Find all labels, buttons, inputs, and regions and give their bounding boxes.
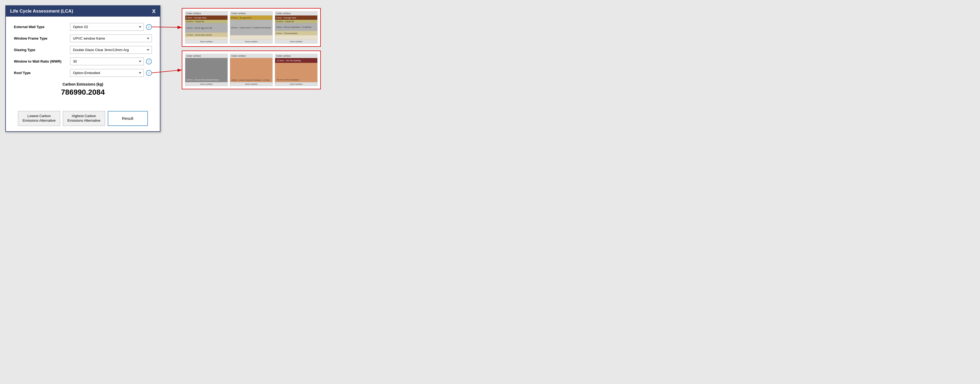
highest-carbon-button[interactable]: Highest CarbonEmissions Alternative xyxy=(63,111,105,126)
carbon-section: Carbon Emissions (kg) 786990.2084 xyxy=(14,82,152,97)
external-wall-row: External Wall Type Option 02 i xyxy=(14,23,152,31)
highest-carbon-label: Highest CarbonEmissions Alternative xyxy=(67,114,100,123)
roof-options-panel: Outer surface 105mm - Dense Reconstitute… xyxy=(182,51,321,89)
window-frame-row: Window Frame Type UPVC window frame xyxy=(14,35,152,42)
wall-card-1-header: Outer surface xyxy=(185,11,228,16)
wwr-label: Window to Wall Ratio (WWR) xyxy=(14,59,67,64)
glazing-type-label: Glazing Type xyxy=(14,48,67,52)
wwr-select-wrapper: 30 i xyxy=(70,57,152,65)
roof-card-1-header: Outer surface xyxy=(185,54,228,58)
dialog-title: Life Cycle Assessment (LCA) xyxy=(10,8,73,14)
dialog-footer: Lowest CarbonEmissions Alternative Highe… xyxy=(6,108,160,131)
roof-type-row: Roof Type Option-Embodied i xyxy=(14,69,152,77)
close-button[interactable]: X xyxy=(152,8,156,14)
window-frame-select[interactable]: UPVC window frame xyxy=(70,35,152,42)
wall-card-3-footer: Inner surface xyxy=(275,40,317,43)
wall-option-card-3: Outer surface 4.0mm - Average Slate 25.0… xyxy=(275,11,318,44)
external-wall-select[interactable]: Option 02 xyxy=(70,23,144,31)
roof-card-2-header: Outer surface xyxy=(230,54,272,58)
wall-card-3-header: Outer surface xyxy=(275,11,317,16)
roof-card-1-image: 105mm - Dense Reconstituted Stone xyxy=(185,58,228,82)
roof-card-3-image: 12.5mm - Tile Tile cladding 50 mm for Ti… xyxy=(275,58,317,82)
dialog-header: Life Cycle Assessment (LCA) X xyxy=(6,6,160,17)
wwr-row: Window to Wall Ratio (WWR) 30 i xyxy=(14,57,152,65)
external-wall-select-wrapper: Option 02 i xyxy=(70,23,152,31)
glazing-type-row: Glazing Type Double Glaze Clear 3mm/13mm… xyxy=(14,46,152,54)
external-wall-label: External Wall Type xyxy=(14,25,67,29)
wall-card-1-image: 4.0mm - Average Slate 25.0mm - Carpet ti… xyxy=(185,16,228,40)
roof-option-card-3: Outer surface 12.5mm - Tile Tile claddin… xyxy=(275,54,318,86)
external-wall-info-button[interactable]: i xyxy=(146,24,152,30)
wall-option-card-2: Outer surface 20.0mm - Air gap (thin) 25… xyxy=(230,11,273,44)
lowest-carbon-label: Lowest CarbonEmissions Alternative xyxy=(22,114,56,123)
roof-card-3-header: Outer surface xyxy=(275,54,317,58)
wall-options-panel: Outer surface 4.0mm - Average Slate 25.0… xyxy=(182,8,321,47)
roof-card-2-image: 105mm - Dense Coloured Paintwork - 12 Pa… xyxy=(230,58,272,82)
wall-card-2-header: Outer surface xyxy=(230,11,272,16)
glazing-type-select[interactable]: Double Glaze Clear 3mm/13mm Arg xyxy=(70,46,152,54)
roof-options-grid: Outer surface 105mm - Dense Reconstitute… xyxy=(185,54,318,86)
roof-card-2-footer: Inner surface xyxy=(230,82,272,86)
roof-type-select-wrapper: Option-Embodied i xyxy=(70,69,152,77)
lowest-carbon-button[interactable]: Lowest CarbonEmissions Alternative xyxy=(18,111,60,126)
roof-card-3-footer: Inner surface xyxy=(275,82,317,86)
result-button[interactable]: Result xyxy=(108,111,148,126)
wall-card-3-image: 4.0mm - Average Slate 25.0mm - Carpet ti… xyxy=(275,16,317,40)
wwr-info-button[interactable]: i xyxy=(146,59,152,64)
window-frame-label: Window Frame Type xyxy=(14,37,67,40)
roof-type-label: Roof Type xyxy=(14,71,67,75)
glazing-type-select-wrapper: Double Glaze Clear 3mm/13mm Arg xyxy=(70,46,152,54)
window-frame-select-wrapper: UPVC window frame xyxy=(70,35,152,42)
roof-option-card-1: Outer surface 105mm - Dense Reconstitute… xyxy=(185,54,228,86)
wall-card-1-footer: Inner surface xyxy=(185,40,228,43)
wall-options-grid: Outer surface 4.0mm - Average Slate 25.0… xyxy=(185,11,318,44)
lca-dialog: Life Cycle Assessment (LCA) X External W… xyxy=(5,5,161,132)
wwr-select[interactable]: 30 xyxy=(70,57,144,65)
carbon-value: 786990.2084 xyxy=(14,88,152,97)
wall-option-card-1: Outer surface 4.0mm - Average Slate 25.0… xyxy=(185,11,228,44)
roof-card-1-footer: Inner surface xyxy=(185,82,228,86)
roof-type-select[interactable]: Option-Embodied xyxy=(70,69,144,77)
dialog-body: External Wall Type Option 02 i Window Fr… xyxy=(6,17,160,108)
wall-card-2-footer: Inner surface xyxy=(230,40,272,43)
roof-option-card-2: Outer surface 105mm - Dense Coloured Pai… xyxy=(230,54,273,86)
main-container: Life Cycle Assessment (LCA) X External W… xyxy=(5,5,321,132)
panels-container: Outer surface 4.0mm - Average Slate 25.0… xyxy=(182,8,321,89)
wall-card-2-image: 20.0mm - Air gap (thin) 25.0mm - Carpet … xyxy=(230,16,272,40)
roof-type-info-button[interactable]: i xyxy=(146,70,152,76)
carbon-label: Carbon Emissions (kg) xyxy=(14,82,152,86)
